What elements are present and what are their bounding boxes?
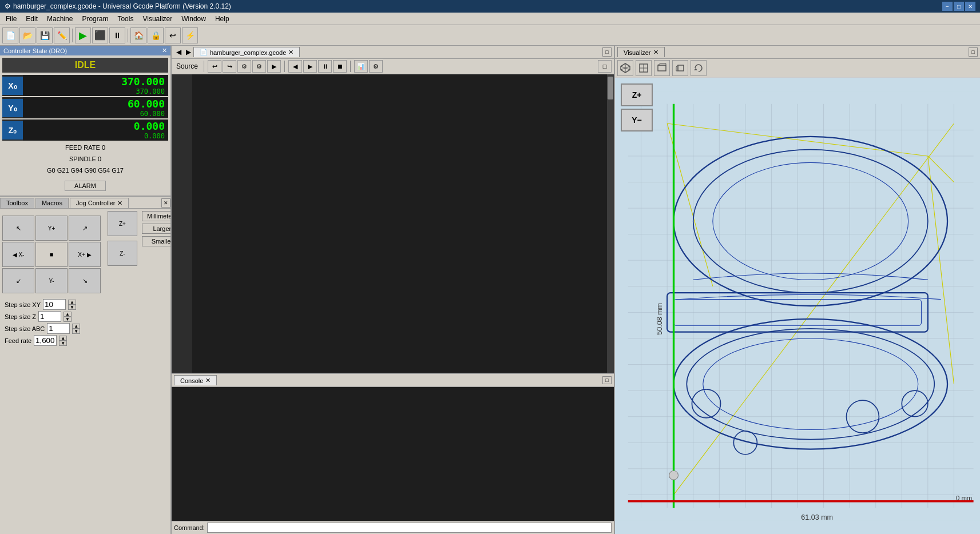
close-button[interactable]: ✕ [965, 2, 975, 11]
step-xy-label: Step size XY [5, 301, 41, 308]
code-content[interactable] [192, 74, 607, 373]
alarm-button[interactable]: ALARM [65, 181, 106, 191]
jog-west[interactable]: ◀ X- [2, 242, 34, 267]
viz-canvas[interactable]: 50.08 mm 61.03 mm 0 mm [615, 78, 980, 534]
toolbar-pause[interactable]: ⏸ [109, 27, 125, 43]
viz-tab[interactable]: Visualizer ✕ [617, 47, 665, 57]
step-z-input[interactable] [38, 311, 61, 322]
toolbar-edit[interactable]: ✏️ [54, 27, 70, 43]
title-bar-controls[interactable]: − □ ✕ [942, 2, 975, 11]
viz-z-plus[interactable]: Z+ [621, 83, 653, 106]
step-abc-down[interactable]: ▼ [72, 329, 80, 334]
toolbar-reset[interactable]: ↩ [165, 27, 181, 43]
toolbar-run[interactable]: ▶ [75, 27, 91, 43]
viz-btn-iso[interactable] [617, 60, 633, 76]
menu-machine[interactable]: Machine [42, 14, 77, 24]
minimize-button[interactable]: − [942, 2, 953, 11]
menu-file[interactable]: File [1, 14, 21, 24]
src-btn-1[interactable]: ↩ [208, 60, 221, 73]
console-tab-label: Console [180, 377, 203, 384]
viz-maximize[interactable]: □ [969, 47, 978, 57]
viz-y-minus[interactable]: Y− [621, 109, 653, 131]
step-abc-input[interactable] [47, 323, 70, 334]
larger-button[interactable]: Larger [142, 224, 170, 234]
jog-south[interactable]: Y- [35, 268, 68, 293]
jog-nw[interactable]: ↖ [2, 216, 34, 241]
step-xy-down[interactable]: ▼ [68, 305, 76, 310]
dro-z-label[interactable]: Z₀ [2, 121, 23, 140]
src-btn-maximize[interactable]: □ [598, 60, 612, 73]
viz-tab-close[interactable]: ✕ [653, 49, 658, 56]
maximize-button[interactable]: □ [954, 2, 964, 11]
toolbar-power[interactable]: ⚡ [182, 27, 198, 43]
src-btn-11[interactable]: ⚙ [369, 60, 383, 73]
editor-tab-file[interactable]: 📄 hamburger_complex.gcode ✕ [193, 47, 300, 57]
step-abc-up[interactable]: ▲ [72, 324, 80, 329]
src-btn-4[interactable]: ⚙ [252, 60, 266, 73]
menu-window[interactable]: Window [177, 14, 211, 24]
src-btn-7[interactable]: ▶ [303, 60, 317, 73]
menu-help[interactable]: Help [211, 14, 234, 24]
viz-btn-reset[interactable] [691, 60, 707, 76]
dro-z-sub: 0.000 [144, 132, 165, 140]
menu-tools[interactable]: Tools [113, 14, 138, 24]
toolbar-stop[interactable]: ⬛ [92, 27, 108, 43]
step-xy-input[interactable]: 10 [43, 299, 66, 310]
console-maximize[interactable]: □ [602, 376, 612, 384]
scroll-thumb[interactable] [608, 77, 613, 99]
console-tab[interactable]: Console ✕ [174, 375, 217, 385]
toolbar-lock[interactable]: 🔒 [148, 27, 164, 43]
editor-tab-close[interactable]: ✕ [288, 49, 293, 56]
jog-z-minus[interactable]: Z- [108, 241, 137, 266]
step-z-up[interactable]: ▲ [64, 312, 72, 317]
unit-millimeters-button[interactable]: Millimeters [142, 211, 170, 221]
jog-center[interactable]: ■ [35, 242, 68, 267]
menu-edit[interactable]: Edit [21, 14, 42, 24]
tab-macros[interactable]: Macros [35, 198, 69, 208]
step-z-row: Step size Z ▲ ▼ [5, 311, 166, 322]
menu-program[interactable]: Program [77, 14, 113, 24]
src-btn-6[interactable]: ◀ [288, 60, 302, 73]
toolbar-save[interactable]: 💾 [37, 27, 53, 43]
jog-east[interactable]: X+ ▶ [69, 242, 101, 267]
feed-rate-input[interactable] [34, 335, 57, 346]
jog-se[interactable]: ↘ [69, 268, 101, 293]
src-btn-3[interactable]: ⚙ [237, 60, 251, 73]
editor-nav-prev[interactable]: ◀ [174, 47, 184, 57]
jog-panel-close[interactable]: ✕ [161, 198, 170, 208]
toolbar-sep2 [128, 29, 128, 42]
editor-maximize[interactable]: □ [602, 47, 612, 57]
code-editor[interactable] [172, 74, 614, 373]
src-btn-10[interactable]: 📊 [354, 60, 368, 73]
step-xy-up[interactable]: ▲ [68, 300, 76, 305]
dro-close-button[interactable]: ✕ [162, 47, 167, 54]
feed-rate-down[interactable]: ▼ [59, 341, 67, 346]
dro-x-label[interactable]: X₀ [2, 77, 23, 95]
console-tab-close[interactable]: ✕ [205, 377, 211, 384]
menu-visualizer[interactable]: Visualizer [138, 14, 177, 24]
dro-y-label[interactable]: Y₀ [2, 99, 23, 117]
jog-ne[interactable]: ↗ [69, 216, 101, 241]
feed-rate-up[interactable]: ▲ [59, 336, 67, 341]
src-btn-8[interactable]: ⏸ [318, 60, 332, 73]
src-btn-2[interactable]: ↪ [223, 60, 236, 73]
src-btn-5[interactable]: ▶ [267, 60, 281, 73]
toolbar-open[interactable]: 📂 [19, 27, 35, 43]
tab-toolbox[interactable]: Toolbox [0, 198, 34, 208]
jog-north[interactable]: Y+ [35, 216, 68, 241]
smaller-button[interactable]: Smaller [142, 236, 170, 246]
toolbar-new[interactable]: 📄 [2, 27, 18, 43]
editor-scrollbar[interactable] [607, 74, 614, 373]
src-btn-9[interactable]: ⏹ [333, 60, 347, 73]
jog-sw[interactable]: ↙ [2, 268, 34, 293]
viz-btn-side[interactable] [672, 60, 688, 76]
jog-tab-close[interactable]: ✕ [117, 200, 122, 206]
editor-nav-next[interactable]: ▶ [184, 47, 193, 57]
viz-btn-front[interactable] [654, 60, 670, 76]
toolbar-home[interactable]: 🏠 [130, 27, 146, 43]
step-z-down[interactable]: ▼ [64, 317, 72, 322]
jog-z-plus[interactable]: Z+ [108, 211, 137, 236]
console-command-input[interactable] [207, 523, 612, 533]
viz-btn-top[interactable] [636, 60, 652, 76]
tab-jog-controller[interactable]: Jog Controller ✕ [70, 198, 129, 208]
